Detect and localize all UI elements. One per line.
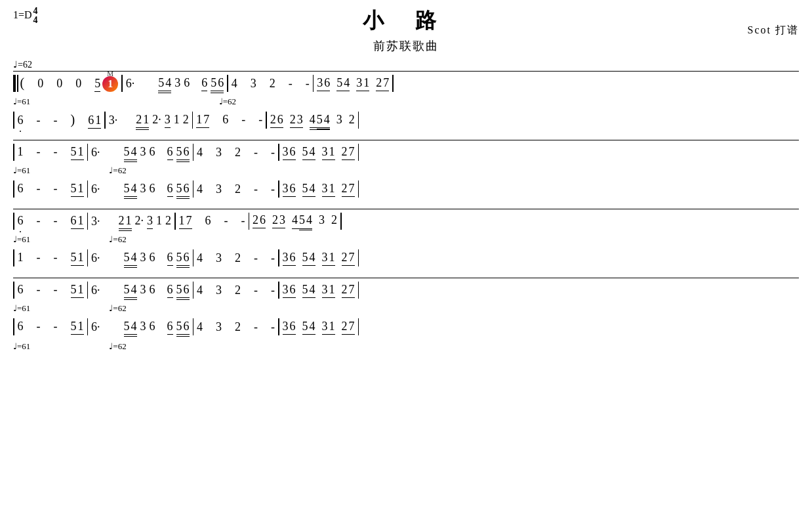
n4m: 4 [232, 77, 237, 91]
bar-3 [313, 75, 314, 92]
bar-start-4 [13, 180, 14, 198]
n4: 4 [165, 76, 171, 90]
bar-2-r5 [87, 213, 89, 230]
measure-6c: 54 3 6 6 56 [124, 251, 190, 266]
music-row-4: 6 - - 51 6· 54 3 6 6 56 4 3 2 [13, 177, 799, 202]
n6c: 6 [218, 76, 224, 90]
beam-56: 56 [211, 76, 224, 91]
n3-r3: 3 [140, 145, 146, 159]
measure-4b: 6· [91, 182, 100, 196]
creator-label: Scot 打谱 [748, 24, 799, 37]
bar-start-5 [13, 213, 14, 230]
bar-4-r6 [278, 249, 279, 266]
beam-31: 31 [356, 76, 369, 91]
beam-6-r3: 6 [167, 145, 173, 160]
key-time-signature: 1=D44 [13, 7, 38, 25]
bar-3-r7 [193, 282, 194, 299]
n6-low: 6 [18, 114, 24, 127]
beam-54: 54 [158, 76, 171, 91]
n1-r3: 1 [18, 145, 24, 159]
bar-4 [392, 75, 394, 92]
measure-2d: 17 6 - - [196, 113, 262, 128]
spacer-3 [13, 271, 799, 278]
tempo-bottom: ♩=61 ♩=62 [13, 340, 236, 353]
measure-8a: 6 - - 51 [18, 320, 84, 335]
bar-end-2 [358, 112, 359, 129]
tempo-61-1: ♩=61 [13, 96, 30, 107]
bar-2r2 [104, 112, 106, 129]
beam-17-r2: 17 [196, 113, 209, 128]
page: 1=D44 小 路 前苏联歌曲 Scot 打谱 ♩=62 ( 0 0 0 [0, 0, 812, 508]
bar-3-r3 [193, 144, 194, 161]
note-paren-open: ( [20, 75, 25, 91]
measure-6a: 1 - - 51 [18, 251, 84, 266]
dash-r4a: - [37, 182, 41, 196]
bar-end-5 [340, 213, 342, 230]
measure-3a: 1 - - 51 [18, 145, 84, 160]
dash-r3b: - [54, 145, 58, 159]
n1-r2: 1 [174, 113, 180, 127]
measure-2e: 26 23 454 3 2 [270, 113, 355, 128]
music-row-5: 6 - - 61 3· 21 2· 3 1 2 17 6 - - [13, 209, 799, 234]
note-1-highlight: 1 M [102, 76, 118, 92]
tempo-row-2: ♩=61 ♩=62 [13, 96, 236, 108]
bar-4-r4 [278, 180, 279, 198]
bar-2-r8 [87, 318, 89, 335]
n3: 3 [174, 76, 180, 90]
bar-3-r8 [193, 318, 194, 335]
dash-a: - [37, 114, 41, 127]
measure-3: 54 3 6 6 56 [158, 76, 224, 91]
bar-3-r6 [193, 249, 194, 266]
music-row-2: 6 - - ) 61 3· 21 2· 3 1 2 17 6 - [13, 108, 799, 133]
n3-dot-r2: 3· [109, 114, 118, 127]
beam-54b: 54 [336, 76, 350, 91]
bar-start-8 [13, 318, 14, 335]
dash1: - [289, 77, 293, 91]
bar-2 [227, 75, 228, 92]
measure-5d: 17 6 - - [179, 214, 245, 229]
bar-3r2 [192, 112, 193, 129]
subtitle: 前苏联歌曲 [13, 38, 799, 54]
measure-1a: ( 0 0 0 5 1 M [20, 75, 119, 92]
measure-7d: 4 3 2 - - [197, 284, 275, 297]
measure-5e: 26 23 4 54 3 2 [253, 213, 337, 229]
beam-61r2: 61 [88, 114, 101, 129]
bar-end-3 [358, 144, 359, 161]
n6: 6 [184, 76, 190, 90]
measure-5c: 21 2· 3 1 2 [119, 214, 172, 229]
bar-2-r4 [87, 180, 89, 198]
measure-3e: 36 54 31 27 [283, 145, 355, 160]
measure-5b: 3· [91, 215, 100, 228]
key-label: 1=D [13, 9, 32, 20]
tempo-62-3: ♩=62 [109, 165, 126, 176]
dash-r3a: - [37, 145, 41, 159]
measure-3c: 54 3 6 6 56 [124, 145, 190, 160]
measure-3b: 6· [91, 146, 100, 159]
beam-56-r3: 56 [176, 145, 190, 160]
bar-start-7 [13, 282, 14, 299]
n2-dot-r2: 2· [152, 113, 161, 127]
measure-5: 36 54 31 27 [317, 76, 389, 91]
bar-start-2 [13, 112, 14, 129]
beam-3-r2: 3 [165, 113, 171, 128]
measure-4d: 4 3 2 - - [197, 182, 275, 196]
measure-4a: 6 - - 51 [18, 182, 84, 197]
tempo-62-1: ♩=62 [219, 96, 236, 107]
measure-7c: 54 3 6 6 56 [124, 283, 190, 298]
n6-low-r5: 6 [18, 214, 24, 228]
dash-r2d: - [258, 113, 262, 127]
n5b: 5 [211, 76, 216, 90]
measure-8b: 6· [91, 320, 100, 334]
bar-start-3 [13, 144, 14, 161]
n6-r3: 6 [150, 145, 155, 159]
bar-4-r7 [278, 282, 279, 299]
beam-51-r4: 51 [71, 182, 84, 197]
measure-8c: 54 3 6 6 56 [124, 320, 190, 335]
beam-23-r2: 23 [290, 113, 303, 128]
beam-454-r2: 454 [310, 113, 330, 128]
note-0-1: 0 [37, 77, 43, 91]
bar-4r2 [266, 112, 267, 129]
measure-5a: 6 - - 61 [18, 214, 84, 229]
tempo-61-3: ♩=61 [13, 165, 30, 176]
tempo-62-7: ♩=62 [109, 303, 126, 314]
